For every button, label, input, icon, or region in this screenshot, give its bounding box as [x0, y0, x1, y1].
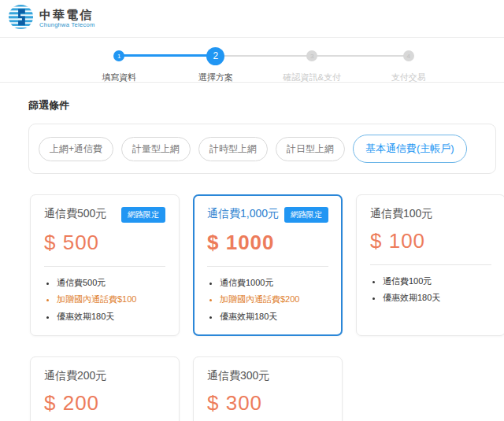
plan-price: $ 300 — [207, 391, 328, 415]
brand-logo[interactable]: 中華電信 Chunghwa Telecom — [8, 4, 95, 33]
plan-title: 通信費1,000元 — [207, 207, 279, 221]
plan-title: 通信費500元 — [44, 207, 106, 221]
plan-price: $ 200 — [44, 391, 165, 415]
step-label: 支付交易 — [361, 72, 458, 83]
step-number-circle: 3 — [306, 50, 317, 61]
plan-bullet: 加贈國內通話費$200 — [220, 291, 328, 308]
stepper-step: 4 支付交易 — [361, 46, 458, 83]
plan-bullets: 通信費500元加贈國內通話費$100優惠效期180天 — [57, 275, 165, 325]
plan-bullets: 通信費1000元加贈國內通話費$200優惠效期180天 — [220, 275, 328, 325]
stepper-step: 2 選擇方案 — [168, 46, 265, 83]
plan-bullet: 通信費1000元 — [220, 275, 328, 291]
chunghwa-globe-icon — [8, 4, 34, 33]
stepper-step: 1 填寫資料 — [71, 46, 168, 83]
step-label: 填寫資料 — [71, 72, 168, 83]
plan-title: 通信費100元 — [370, 207, 432, 221]
stepper: 1 填寫資料 2 選擇方案 3 確認資訊&支付 4 支付交易 — [0, 38, 504, 83]
filter-title: 篩選條件 — [28, 98, 504, 113]
filter-chips-box: 上網+通信費計量型上網計時型上網計日型上網基本通信費(主帳戶) — [28, 124, 496, 174]
step-number-circle: 1 — [113, 50, 124, 61]
plan-divider — [207, 266, 328, 267]
filter-chip[interactable]: 計時型上網 — [198, 137, 268, 161]
brand-name-en: Chunghwa Telecom — [39, 21, 95, 28]
plan-bullet: 加贈國內通話費$100 — [57, 291, 165, 308]
plan-card[interactable]: 通信費1,000元 網路限定 $ 1000 通信費1000元加贈國內通話費$20… — [193, 194, 343, 336]
step-label: 確認資訊&支付 — [264, 72, 361, 83]
step-number-circle: 4 — [403, 50, 414, 61]
stepper-steps: 1 填寫資料 2 選擇方案 3 確認資訊&支付 4 支付交易 — [71, 46, 457, 83]
plan-title: 通信費200元 — [44, 369, 106, 383]
filter-chip[interactable]: 計量型上網 — [121, 137, 191, 161]
header: 中華電信 Chunghwa Telecom — [0, 0, 504, 38]
plan-badge: 網路限定 — [121, 207, 165, 223]
step-number-text: 4 — [407, 53, 410, 60]
plan-card[interactable]: 通信費500元 網路限定 $ 500 通信費500元加贈國內通話費$100優惠效… — [30, 194, 180, 336]
step-number-text: 3 — [310, 53, 313, 60]
plan-bullet: 優惠效期180天 — [220, 308, 328, 325]
filter-chip[interactable]: 上網+通信費 — [39, 137, 113, 161]
filter-chip[interactable]: 計日型上網 — [276, 137, 345, 161]
plan-card[interactable]: 通信費100元 $ 100 通信費100元優惠效期180天 — [356, 194, 504, 336]
step-number-text: 2 — [213, 50, 218, 61]
plan-bullet: 優惠效期180天 — [57, 308, 165, 325]
plan-badge: 網路限定 — [284, 207, 328, 223]
stepper-step: 3 確認資訊&支付 — [264, 46, 361, 83]
step-label: 選擇方案 — [168, 72, 265, 83]
plan-bullets: 通信費100元優惠效期180天 — [383, 273, 491, 307]
plans-grid: 通信費500元 網路限定 $ 500 通信費500元加贈國內通話費$100優惠效… — [30, 194, 504, 421]
plan-price: $ 1000 — [207, 231, 328, 255]
filter-chip[interactable]: 基本通信費(主帳戶) — [353, 135, 467, 163]
plan-title: 通信費300元 — [207, 369, 269, 383]
plan-bullet: 通信費100元 — [383, 273, 491, 290]
plan-card[interactable]: 通信費200元 $ 200 通信費200元優惠效期180天 — [30, 356, 180, 421]
plan-bullet: 通信費500元 — [57, 275, 165, 291]
plan-divider — [370, 264, 491, 265]
step-number-text: 1 — [117, 53, 120, 60]
brand-name-zh: 中華電信 — [39, 9, 95, 22]
plan-price: $ 100 — [370, 229, 491, 253]
plan-card[interactable]: 通信費300元 $ 300 通信費300元優惠效期180天 — [193, 356, 343, 421]
plan-price: $ 500 — [44, 231, 165, 255]
plan-divider — [44, 266, 165, 267]
step-number-circle: 2 — [206, 47, 224, 65]
plan-bullet: 優惠效期180天 — [383, 290, 491, 306]
